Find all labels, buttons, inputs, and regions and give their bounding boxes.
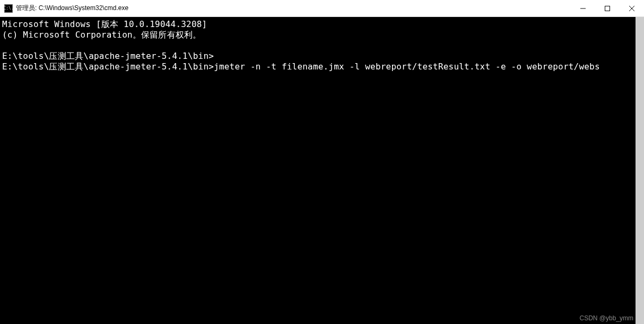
maximize-icon [605,6,610,11]
minimize-icon [580,6,586,11]
scrollbar-thumb[interactable] [636,17,644,324]
svg-rect-1 [605,6,610,11]
window-titlebar: C:\. 管理员: C:\Windows\System32\cmd.exe [0,0,644,17]
window-title: 管理员: C:\Windows\System32\cmd.exe [16,4,571,13]
minimize-button[interactable] [571,0,595,16]
terminal-line: Microsoft Windows [版本 10.0.19044.3208] [2,19,207,29]
terminal-container: Microsoft Windows [版本 10.0.19044.3208] (… [0,17,644,324]
terminal-command: jmeter -n -t filename.jmx -l webreport/t… [214,62,600,72]
terminal-prompt: E:\tools\压测工具\apache-jmeter-5.4.1\bin> [2,51,214,61]
window-controls [571,0,644,16]
terminal-output[interactable]: Microsoft Windows [版本 10.0.19044.3208] (… [0,17,636,324]
close-icon [629,6,634,11]
terminal-prompt: E:\tools\压测工具\apache-jmeter-5.4.1\bin> [2,62,214,72]
maximize-button[interactable] [595,0,620,16]
close-button[interactable] [620,0,644,16]
cmd-icon: C:\. [4,4,13,13]
vertical-scrollbar[interactable] [636,17,644,324]
watermark-text: CSDN @ybb_ymm [579,314,633,322]
terminal-line: (c) Microsoft Corporation。保留所有权利。 [2,30,201,40]
